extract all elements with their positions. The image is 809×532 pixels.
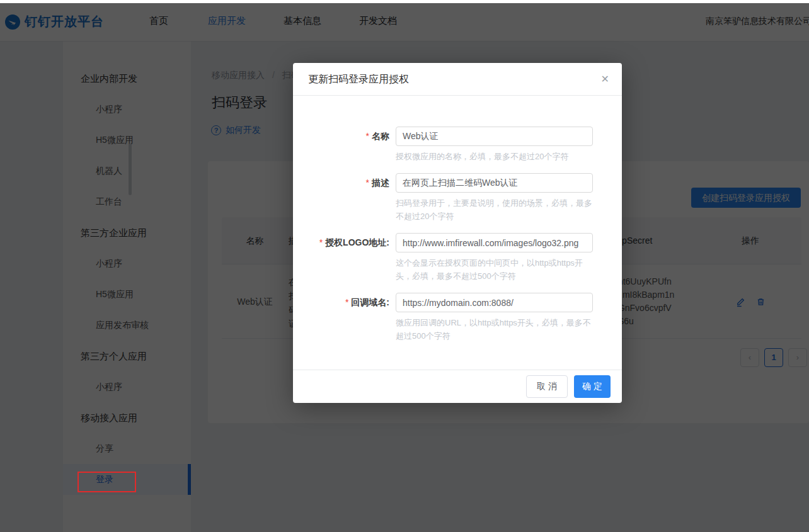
- required-asterisk: *: [366, 178, 369, 188]
- cancel-button[interactable]: 取 消: [526, 375, 568, 398]
- description-input[interactable]: [396, 173, 593, 193]
- modal-header: 更新扫码登录应用授权 ✕: [293, 63, 622, 96]
- required-asterisk: *: [366, 131, 369, 141]
- update-scan-login-auth-modal: 更新扫码登录应用授权 ✕ *名称 授权微应用的名称，必填，最多不超过20个字符 …: [293, 63, 622, 403]
- name-input[interactable]: [396, 127, 593, 146]
- field-logo-url-help: 这个会显示在授权页面的中间页中，以http或https开头，必填，最多不超过50…: [396, 256, 593, 283]
- field-logo-url: *授权LOGO地址: 这个会显示在授权页面的中间页中，以http或https开头…: [293, 233, 622, 283]
- field-callback-domain-help: 微应用回调的URL，以http或https开头，必填，最多不超过500个字符: [396, 316, 593, 342]
- field-logo-url-label: *授权LOGO地址:: [293, 233, 389, 283]
- field-callback-domain: *回调域名: 微应用回调的URL，以http或https开头，必填，最多不超过5…: [293, 293, 622, 342]
- login-highlight-red-box: [77, 472, 136, 492]
- page-root: 钉钉开放平台 首页 应用开发 基本信息 开发文档 南京笨驴信息技术有限公司 企业…: [0, 0, 809, 532]
- top-edge-strip: [0, 0, 809, 3]
- confirm-button[interactable]: 确 定: [574, 375, 611, 398]
- field-callback-domain-label: *回调域名:: [293, 293, 389, 342]
- field-description-help: 扫码登录用于，主要是说明，使用的场景，必填，最多不超过20个字符: [396, 196, 593, 223]
- modal-title: 更新扫码登录应用授权: [308, 74, 409, 84]
- field-name: *名称 授权微应用的名称，必填，最多不超过20个字符: [293, 127, 622, 163]
- field-name-label: *名称: [293, 127, 389, 163]
- logo-url-input[interactable]: [396, 233, 593, 252]
- modal-body: *名称 授权微应用的名称，必填，最多不超过20个字符 *描述 扫码登录用于，主要…: [293, 96, 622, 342]
- required-asterisk: *: [345, 297, 348, 307]
- callback-domain-input[interactable]: [396, 293, 593, 312]
- field-name-help: 授权微应用的名称，必填，最多不超过20个字符: [396, 150, 593, 163]
- field-description-label: *描述: [293, 173, 389, 223]
- field-description: *描述 扫码登录用于，主要是说明，使用的场景，必填，最多不超过20个字符: [293, 173, 622, 223]
- close-icon[interactable]: ✕: [601, 63, 609, 96]
- required-asterisk: *: [319, 237, 323, 247]
- modal-footer: 取 消 确 定: [293, 370, 622, 403]
